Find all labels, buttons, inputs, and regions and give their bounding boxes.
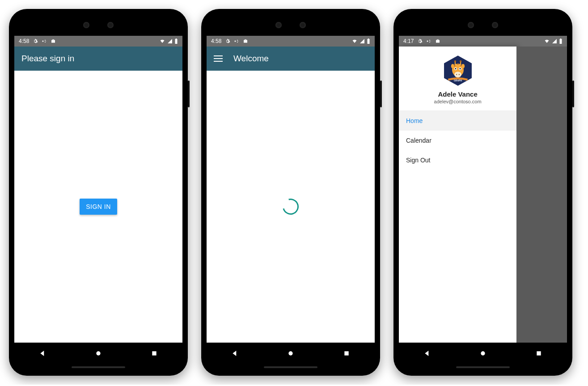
assistant-icon [234,38,239,44]
nav-recent-icon[interactable] [343,350,350,357]
svg-rect-35 [537,351,541,355]
drawer-item-calendar[interactable]: Calendar [399,131,516,150]
phone-mockup-welcome: 4:58 Welcome [201,9,380,376]
svg-point-4 [96,351,100,355]
svg-point-30 [461,64,465,68]
drawer-item-home[interactable]: Home [399,111,516,131]
avatar-caption: GRAPH [454,79,462,82]
nav-home-icon[interactable] [479,350,486,357]
svg-point-26 [454,60,456,62]
svg-rect-5 [152,351,157,355]
user-name: Adele Vance [399,90,516,98]
svg-point-12 [427,41,428,42]
svg-point-28 [460,60,461,62]
nav-home-icon[interactable] [287,350,294,357]
svg-point-20 [455,68,456,69]
drawer-item-label: Home [406,117,423,124]
briefcase-icon [243,38,248,44]
drawer-item-signout[interactable]: Sign Out [399,150,516,170]
status-bar: 4:58 [207,36,375,47]
sign-in-button[interactable]: SIGN IN [80,199,117,215]
android-nav-bar [207,343,375,364]
app-bar-title: Please sign in [21,54,74,64]
assistant-icon [426,38,431,44]
user-email: adelev@contoso.com [399,99,516,104]
status-time: 4:17 [403,38,414,44]
nav-home-icon[interactable] [95,350,102,357]
drawer-scrim[interactable] [516,47,567,343]
svg-rect-11 [345,351,349,355]
signal-icon [552,38,557,44]
app-bar: Welcome [207,47,375,71]
svg-point-10 [288,351,292,355]
svg-point-8 [237,42,238,42]
svg-point-18 [454,72,461,77]
svg-point-3 [46,41,47,42]
assistant-icon [42,38,47,44]
briefcase-icon [435,38,440,44]
wifi-icon [351,38,358,44]
svg-point-9 [238,41,239,42]
svg-point-31 [454,65,455,67]
loading-spinner-icon [279,195,301,217]
svg-point-14 [429,42,430,42]
svg-point-23 [456,74,457,75]
menu-icon[interactable] [214,55,223,62]
user-avatar-icon: GRAPH [442,55,474,87]
svg-point-1 [45,40,46,41]
svg-point-2 [45,42,46,42]
svg-point-24 [458,74,459,75]
app-bar-title: Welcome [233,54,269,64]
svg-point-29 [451,64,454,68]
phone-mockup-drawer: 4:17 [393,9,572,376]
phone-mockup-signin: 4:58 Please sign in SIGN IN [9,9,188,376]
svg-point-34 [481,351,485,355]
battery-full-icon [367,38,370,44]
phone-speaker [207,14,375,36]
nav-recent-icon[interactable] [151,350,158,357]
drawer-item-label: Sign Out [406,157,430,164]
content-signin: SIGN IN [14,71,182,343]
battery-full-icon [174,38,178,44]
svg-point-7 [237,40,238,41]
status-time: 4:58 [19,38,29,44]
status-bar: 4:17 [399,36,567,47]
svg-point-0 [42,41,44,42]
status-bar: 4:58 [14,36,182,47]
svg-point-32 [460,65,461,66]
gear-icon [225,38,230,44]
drawer-item-label: Calendar [406,137,431,144]
nav-back-icon[interactable] [231,350,238,357]
android-nav-bar [14,343,182,364]
android-nav-bar [399,343,567,364]
phone-speaker [14,14,182,36]
svg-point-22 [459,68,461,69]
briefcase-icon [51,38,56,44]
content-loading [207,71,375,343]
navigation-drawer: GRAPH Adele Vance adelev@contoso.com Hom… [399,47,516,343]
drawer-header: GRAPH Adele Vance adelev@contoso.com [399,47,516,111]
svg-point-33 [457,64,458,65]
signal-icon [360,38,365,44]
svg-point-6 [235,41,236,42]
gear-icon [417,38,423,44]
nav-back-icon[interactable] [39,350,46,357]
phone-speaker [399,14,567,36]
nav-recent-icon[interactable] [535,350,542,357]
nav-back-icon[interactable] [423,350,431,357]
gear-icon [33,38,38,44]
wifi-icon [159,38,165,44]
svg-point-13 [429,40,430,41]
signal-icon [167,38,173,44]
status-time: 4:58 [211,38,221,44]
battery-full-icon [559,38,563,44]
svg-point-15 [431,41,431,42]
app-bar: Please sign in [14,47,182,71]
wifi-icon [544,38,550,44]
drawer-overlay: GRAPH Adele Vance adelev@contoso.com Hom… [399,47,567,343]
